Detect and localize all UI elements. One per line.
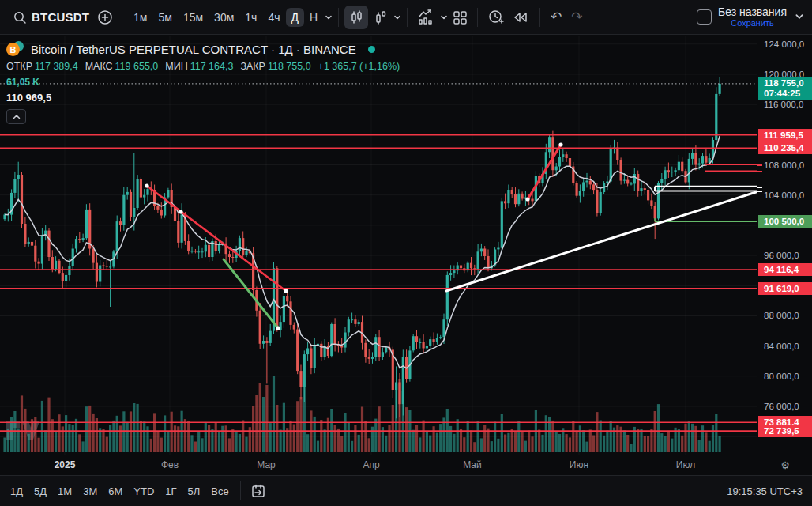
time-label-Мар: Мар [257, 459, 275, 470]
range-button-3М[interactable]: 3М [77, 482, 103, 500]
price-tick: 76 000,0 [764, 402, 799, 411]
range-button-1М[interactable]: 1М [52, 482, 77, 500]
drawing-anchor-dot[interactable] [179, 210, 182, 213]
price-tick: 108 000,0 [764, 160, 804, 170]
drawing-anchor-dot[interactable] [145, 183, 148, 187]
toolbar-separator [338, 8, 339, 27]
chevron-down-icon[interactable] [440, 13, 448, 21]
chart-type-candles-button[interactable] [344, 6, 368, 29]
layout-title[interactable]: Без названия [718, 6, 787, 18]
legend-symbol-title: Bitcoin / TetherUS PERPETUAL CONTRACT · … [31, 43, 356, 56]
layout-grid-icon [451, 9, 468, 26]
chevron-down-icon[interactable] [795, 12, 804, 21]
time-axis[interactable]: 2025ФевМарАпрМайИюнИюл [0, 455, 757, 475]
time-label-Фев: Фев [161, 459, 179, 470]
ohlc-item: МАКС119 655,0 [85, 61, 159, 72]
hollow-candle-icon [371, 9, 389, 26]
symbol-search-button[interactable]: BTCUSDT [8, 7, 94, 28]
interval-button-Н[interactable]: Н [304, 8, 323, 27]
toolbar-separator [477, 8, 478, 27]
price-tick: 84 000,0 [764, 342, 799, 351]
save-layout-checkbox[interactable] [697, 9, 712, 25]
range-button-YTD[interactable]: YTD [128, 482, 160, 500]
calendar-go-icon [250, 482, 267, 500]
range-button-5Л[interactable]: 5Л [182, 482, 206, 500]
compare-add-symbol-button[interactable] [94, 6, 116, 28]
ma-line [5, 136, 720, 368]
symbol-label: BTCUSDT [32, 10, 89, 24]
trendline-jan-downtrend[interactable] [147, 186, 286, 291]
interval-button-5м[interactable]: 5м [152, 8, 177, 27]
chevron-down-icon[interactable] [393, 13, 401, 21]
change-value: +1 365,7 (+1,16%) [318, 61, 400, 72]
green-level-badge: 100 500,0 [758, 215, 812, 228]
price-level-badge: 72 739,5 [758, 425, 812, 437]
create-alert-button[interactable] [483, 5, 509, 30]
alert-clock-icon [487, 8, 506, 27]
chevron-down-icon[interactable] [325, 13, 333, 21]
range-button-5Д[interactable]: 5Д [28, 482, 52, 500]
save-link[interactable]: Сохранить [731, 18, 774, 28]
chevron-up-icon [13, 114, 21, 120]
legend-collapse-button[interactable] [6, 109, 26, 124]
chart-type-alt-button[interactable] [368, 6, 392, 29]
axis-settings-button[interactable]: ⚙ [757, 455, 812, 475]
layout-grid-button[interactable] [448, 6, 472, 29]
price-tick: 96 000,0 [764, 251, 799, 260]
toolbar-separator [407, 8, 408, 27]
last-price-badge: 118 755,007:44:25 [758, 77, 812, 100]
ma-value: 110 969,5 [6, 92, 400, 104]
redo-button[interactable]: ↷ [566, 7, 587, 27]
price-level-badge: 94 116,4 [758, 263, 812, 276]
range-button-6М[interactable]: 6М [103, 482, 128, 500]
volume-value: 61,05 K [6, 77, 400, 88]
price-tick: 88 000,0 [764, 311, 799, 320]
range-button-Все[interactable]: Все [205, 482, 234, 500]
chart-area[interactable]: B Bitcoin / TetherUS PERPETUAL CONTRACT … [0, 36, 757, 455]
interval-button-1м[interactable]: 1м [128, 8, 152, 27]
range-button-1Д[interactable]: 1Д [5, 482, 28, 500]
interval-button-30м[interactable]: 30м [209, 8, 239, 27]
drawing-anchor-dot[interactable] [276, 326, 280, 330]
range-button-1Г[interactable]: 1Г [160, 482, 182, 500]
clock-utc[interactable]: 19:15:35 UTC+3 [727, 485, 807, 497]
axis-mini-tick [757, 171, 762, 172]
interval-button-1ч[interactable]: 1ч [239, 8, 262, 27]
tradingview-app: BTCUSDT 1м5м15м30м1ч4чДН [0, 0, 812, 506]
bottom-toolbar: 1Д5Д1М3М6МYTD1Г5ЛВсе 19:15:35 UTC+3 [0, 475, 812, 506]
go-to-date-button[interactable] [246, 479, 270, 503]
price-axis[interactable]: 124 000,0120 000,0116 000,0108 000,0104 … [757, 36, 812, 455]
last-price-value: 118 755,0 [764, 78, 812, 89]
price-tick: 80 000,0 [764, 372, 799, 381]
ohlc-row: ОТКР117 389,4МАКС119 655,0МИН117 164,3ЗА… [6, 61, 400, 72]
toolbar-separator [240, 481, 241, 500]
drawing-anchor-dot[interactable] [284, 289, 288, 293]
bitcoin-coin-icon: B [6, 43, 20, 56]
price-level-badge: 111 959,5 [758, 129, 812, 142]
interval-button-Д[interactable]: Д [286, 8, 304, 27]
plus-circle-icon [97, 9, 113, 25]
undo-button[interactable]: ↶ [546, 7, 566, 27]
indicators-button[interactable] [413, 6, 438, 29]
layout-title-block[interactable]: Без названия Сохранить [718, 6, 787, 28]
candlestick-chart-icon [348, 9, 365, 26]
bar-replay-button[interactable] [509, 6, 534, 29]
time-label-2025: 2025 [55, 459, 76, 470]
ohlc-item: ЗАКР118 755,0 [240, 61, 310, 72]
range-group: 1Д5Д1М3М6МYTD1Г5ЛВсе [5, 482, 235, 500]
toolbar-separator [122, 8, 122, 27]
replay-rewind-icon [512, 9, 531, 26]
axis-mini-tick [757, 191, 762, 192]
symbol-row[interactable]: B Bitcoin / TetherUS PERPETUAL CONTRACT … [6, 41, 400, 57]
time-label-Июн: Июн [570, 459, 588, 470]
ohlc-item: МИН117 164,3 [165, 61, 233, 72]
drawing-anchor-dot[interactable] [525, 197, 529, 201]
axis-mini-tick [757, 164, 762, 166]
drawing-anchor-dot[interactable] [558, 142, 562, 146]
interval-button-4ч[interactable]: 4ч [262, 8, 285, 27]
price-tick: 104 000,0 [764, 191, 804, 200]
time-label-Июл: Июл [676, 459, 695, 470]
price-tick: 116 000,0 [764, 100, 803, 109]
price-tick: 124 000,0 [764, 40, 804, 49]
interval-button-15м[interactable]: 15м [178, 8, 209, 27]
